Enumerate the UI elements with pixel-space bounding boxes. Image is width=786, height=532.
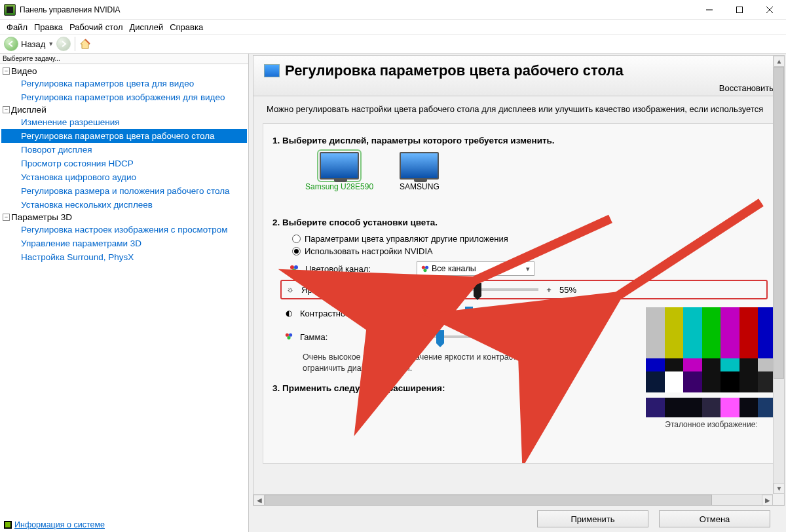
cancel-button[interactable]: Отмена bbox=[659, 510, 770, 527]
display-option-1[interactable]: Samsung U28E590 bbox=[305, 152, 373, 191]
brightness-icon: ☼ bbox=[286, 285, 295, 294]
close-button[interactable] bbox=[755, 0, 785, 20]
radio-nvidia[interactable]: Использовать настройки NVIDIA bbox=[292, 246, 768, 256]
menu-desktop[interactable]: Рабочий стол bbox=[67, 21, 126, 33]
titlebar: Панель управления NVIDIA bbox=[0, 0, 786, 20]
decrease-button[interactable]: - bbox=[379, 309, 386, 318]
header-icon bbox=[264, 64, 280, 77]
toolbar-separator bbox=[75, 37, 75, 51]
task-label: Выберите задачу... bbox=[0, 54, 248, 64]
scroll-up-button: ▲ bbox=[774, 56, 785, 67]
step1-title: 1. Выберите дисплей, параметры которого … bbox=[272, 136, 768, 145]
collapse-icon[interactable]: − bbox=[3, 214, 10, 221]
tree-item[interactable]: Управление параметрами 3D bbox=[1, 237, 247, 250]
svg-rect-1 bbox=[737, 7, 743, 12]
brightness-row: ☼ Яркость: - + 55% bbox=[280, 280, 768, 299]
tree-item[interactable]: Регулировка параметров цвета для видео bbox=[1, 77, 247, 90]
scroll-right-button: ▶ bbox=[762, 495, 773, 506]
reference-preview: Эталонное изображение: bbox=[646, 307, 777, 428]
tree-item[interactable]: Изменение разрешения bbox=[1, 115, 247, 129]
svg-point-8 bbox=[425, 266, 428, 269]
page-title: Регулировка параметров цвета рабочего ст… bbox=[285, 62, 624, 79]
svg-point-11 bbox=[289, 333, 292, 336]
gamma-value: 1.00 bbox=[558, 332, 590, 342]
system-info-link[interactable]: Информация о системе bbox=[0, 518, 248, 532]
tree-category-display[interactable]: −Дисплей bbox=[1, 104, 247, 115]
gamma-slider[interactable] bbox=[393, 335, 537, 338]
contrast-icon: ◐ bbox=[284, 309, 293, 318]
menu-help[interactable]: Справка bbox=[167, 21, 206, 33]
svg-point-9 bbox=[423, 269, 426, 272]
svg-point-6 bbox=[292, 269, 296, 273]
channel-label: Цветовой канал: bbox=[305, 264, 371, 274]
tree-item[interactable]: Регулировка настроек изображения с просм… bbox=[1, 223, 247, 237]
sidebar: Выберите задачу... −Видео Регулировка па… bbox=[0, 54, 249, 532]
channel-icon bbox=[290, 264, 299, 273]
nvidia-icon bbox=[4, 4, 16, 16]
svg-point-4 bbox=[290, 265, 294, 269]
svg-point-7 bbox=[422, 266, 425, 269]
contrast-value: 50% bbox=[558, 309, 590, 318]
svg-point-5 bbox=[294, 265, 298, 269]
window-title: Панель управления NVIDIA bbox=[20, 5, 694, 14]
menu-display[interactable]: Дисплей bbox=[127, 21, 166, 33]
step2-title: 2. Выберите способ установки цвета. bbox=[272, 218, 768, 227]
nvidia-info-icon bbox=[4, 521, 12, 529]
main-area: Регулировка параметров цвета рабочего ст… bbox=[249, 54, 786, 532]
tree-item[interactable]: Поворот дисплея bbox=[1, 143, 247, 157]
tree-category-video[interactable]: −Видео bbox=[1, 66, 247, 77]
horizontal-scrollbar[interactable]: ◀ ▶ bbox=[253, 494, 773, 505]
tree-item[interactable]: Установка нескольких дисплеев bbox=[1, 198, 247, 212]
back-button[interactable] bbox=[4, 37, 18, 51]
home-icon[interactable] bbox=[79, 38, 91, 50]
scroll-left-button: ◀ bbox=[253, 495, 265, 506]
back-label: Назад bbox=[21, 39, 45, 49]
collapse-icon[interactable]: − bbox=[3, 106, 10, 113]
scroll-down-button: ▼ bbox=[774, 483, 785, 494]
decrease-button[interactable]: - bbox=[380, 285, 388, 295]
increase-button[interactable]: + bbox=[544, 332, 552, 342]
gamma-icon bbox=[284, 332, 293, 342]
menu-file[interactable]: Файл bbox=[4, 21, 30, 33]
monitor-icon bbox=[320, 152, 359, 180]
radio-icon bbox=[292, 247, 301, 256]
increase-button[interactable]: + bbox=[544, 309, 552, 318]
minimize-button[interactable] bbox=[694, 0, 724, 20]
tree-category-3d[interactable]: −Параметры 3D bbox=[1, 212, 247, 223]
restore-link[interactable]: Восстановить bbox=[264, 79, 774, 93]
forward-button[interactable] bbox=[56, 37, 71, 51]
tree-item-selected[interactable]: Регулировка параметров цвета рабочего ст… bbox=[1, 129, 247, 143]
monitor-icon bbox=[400, 152, 439, 180]
settings-panel: 1. Выберите дисплей, параметры которого … bbox=[263, 123, 777, 464]
toolbar: Назад ▼ bbox=[0, 34, 786, 54]
tree-item[interactable]: Регулировка параметров изображения для в… bbox=[1, 90, 247, 104]
preview-caption: Эталонное изображение: bbox=[646, 420, 777, 429]
tree-item[interactable]: Регулировка размера и положения рабочего… bbox=[1, 184, 247, 198]
slider-note: Очень высокое или низкое значение яркост… bbox=[303, 352, 591, 374]
footer: Применить Отмена bbox=[252, 506, 786, 532]
back-dropdown[interactable]: ▼ bbox=[48, 41, 54, 47]
menu-edit[interactable]: Правка bbox=[31, 21, 66, 33]
apply-button[interactable]: Применить bbox=[537, 510, 648, 527]
display-option-2[interactable]: SAMSUNG bbox=[400, 152, 440, 191]
radio-icon bbox=[292, 235, 301, 243]
contrast-slider[interactable] bbox=[393, 312, 537, 314]
svg-point-10 bbox=[286, 333, 289, 336]
maximize-button[interactable] bbox=[724, 0, 755, 20]
intro-text: Можно регулировать настройки цвета рабоч… bbox=[253, 96, 784, 119]
radio-other-apps[interactable]: Параметрами цвета управляют другие прило… bbox=[292, 234, 768, 244]
menubar: Файл Правка Рабочий стол Дисплей Справка bbox=[0, 20, 786, 34]
decrease-button[interactable]: - bbox=[379, 332, 386, 342]
page-header: Регулировка параметров цвета рабочего ст… bbox=[253, 56, 784, 96]
svg-point-12 bbox=[287, 336, 290, 339]
channel-combo[interactable]: Все каналы bbox=[417, 261, 534, 276]
increase-button[interactable]: + bbox=[545, 285, 553, 295]
vertical-scrollbar[interactable]: ▲ ▼ bbox=[773, 56, 784, 494]
tree-item[interactable]: Просмотр состояния HDCP bbox=[1, 157, 247, 170]
brightness-value: 55% bbox=[559, 285, 591, 295]
brightness-slider[interactable] bbox=[394, 288, 538, 291]
task-tree: −Видео Регулировка параметров цвета для … bbox=[0, 64, 248, 518]
tree-item[interactable]: Установка цифрового аудио bbox=[1, 170, 247, 184]
collapse-icon[interactable]: − bbox=[3, 67, 10, 75]
tree-item[interactable]: Настройка Surround, PhysX bbox=[1, 250, 247, 264]
